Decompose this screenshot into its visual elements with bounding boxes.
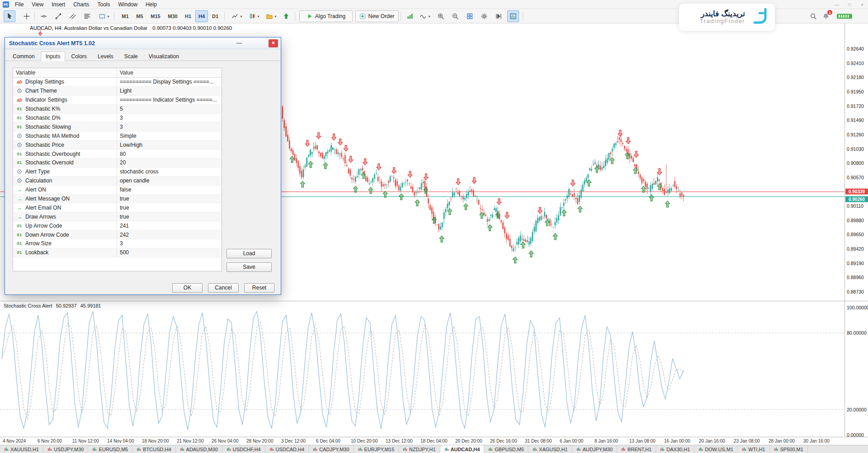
tf-M15[interactable]: M15 <box>147 10 164 22</box>
menu-file[interactable]: File <box>11 0 28 9</box>
param-row-calculation[interactable]: Calculationopen candle <box>13 177 222 186</box>
param-value[interactable]: 80 <box>117 149 222 158</box>
shapes-tool[interactable]: ▾ <box>96 10 112 22</box>
symbol-tab-gbpusd-m5[interactable]: GBPUSD,M5 <box>484 445 528 453</box>
param-value[interactable]: Light <box>117 87 222 95</box>
reset-button[interactable]: Reset <box>244 283 274 293</box>
dialog-close-icon[interactable]: × <box>269 39 278 47</box>
tf-M30[interactable]: M30 <box>165 10 181 22</box>
tab-inputs[interactable]: Inputs <box>41 51 66 61</box>
candlestick-chart-type[interactable]: ▾ <box>246 10 262 22</box>
param-row-stochastic-k[interactable]: 01Stochastic K%5 <box>13 105 222 114</box>
param-row-stochastic-ma-method[interactable]: Stochastic MA MethodSimple <box>13 131 222 140</box>
param-row-display-settings[interactable]: abDisplay Settings========== Display Set… <box>13 78 222 87</box>
symbol-tab-dow-us-m1[interactable]: DOW.US,M1 <box>694 445 738 453</box>
line-chart-type[interactable]: ▾ <box>229 10 245 22</box>
param-row-chart-theme[interactable]: Chart ThemeLight <box>13 87 222 96</box>
symbol-tab-audcad-h4[interactable]: AUDCAD,H4 <box>440 445 485 453</box>
symbol-tab-eurjpy-m15[interactable]: EURJPY,M15 <box>354 445 399 453</box>
param-value[interactable]: open candle <box>117 177 222 185</box>
equidistant-channel-tool[interactable] <box>67 10 79 22</box>
param-value[interactable]: ========== Indicator Settings =====... <box>117 96 222 104</box>
symbol-tab-dax30-h1[interactable]: DAX30,H1 <box>656 445 694 453</box>
param-value[interactable]: 500 <box>117 248 222 257</box>
symbol-tab-usdjpy-m30[interactable]: USDJPY,M30 <box>43 445 88 453</box>
save-button[interactable]: Save <box>226 262 272 272</box>
stochastic-chart[interactable] <box>0 301 844 437</box>
param-value[interactable]: 3 <box>117 122 222 131</box>
param-row-stochastic-oversold[interactable]: 01Stochastic Oversold20 <box>13 159 222 168</box>
symbol-tab-btcusd-h4[interactable]: BTCUSD,H4 <box>132 445 175 453</box>
menu-tools[interactable]: Tools <box>94 0 114 9</box>
param-row-stochastic-d[interactable]: 01Stochastic D%3 <box>13 114 222 123</box>
fibonacci-tool[interactable] <box>81 10 93 22</box>
symbol-tab-xagusd-h1[interactable]: XAGUSD,H1 <box>528 445 572 453</box>
window-minimize-icon[interactable]: — <box>834 2 840 7</box>
ea-settings[interactable] <box>478 10 490 22</box>
price-axis[interactable]: 0.926400.924100.921800.919500.917200.914… <box>844 23 868 301</box>
algo-trading-button[interactable]: Algo Trading <box>299 10 353 22</box>
tab-visualization[interactable]: Visualization <box>144 51 184 61</box>
tf-M5[interactable]: M5 <box>133 10 146 22</box>
load-button[interactable]: Load <box>226 249 272 258</box>
tab-scale[interactable]: Scale <box>119 51 143 61</box>
trendline-tool[interactable] <box>52 10 64 22</box>
symbol-tab-brent-h1[interactable]: BRENT,H1 <box>617 445 656 453</box>
param-row-stochastic-slowing[interactable]: 01Stochastic Slowing3 <box>13 122 222 131</box>
search[interactable] <box>807 10 819 22</box>
param-row-alert-email-on[interactable]: →Alert Email ONtrue <box>13 203 222 212</box>
param-row-alert-type[interactable]: Alert Typestochastic cross <box>13 168 222 177</box>
param-value[interactable]: false <box>117 186 222 194</box>
notifications[interactable]: 1 <box>820 10 832 22</box>
tab-common[interactable]: Common <box>8 51 40 61</box>
symbol-tab-eurusd-m5[interactable]: EURUSD,M5 <box>88 445 132 453</box>
param-row-alert-message-on[interactable]: →Alert Message ONtrue <box>13 195 222 204</box>
dialog-titlebar[interactable]: Stochastic Cross Alert MT5 1.02 — × <box>5 37 281 49</box>
tf-M1[interactable]: M1 <box>118 10 132 22</box>
param-row-stochastic-price[interactable]: Stochastic PriceLow/High <box>13 140 222 149</box>
step-forward[interactable] <box>493 10 505 22</box>
param-value[interactable]: stochastic cross <box>117 168 222 176</box>
dialog-minimize-icon[interactable]: — <box>236 40 243 46</box>
menu-view[interactable]: View <box>28 0 47 9</box>
param-row-stochastic-overbought[interactable]: 01Stochastic Overbought80 <box>13 149 222 159</box>
templates-folder[interactable]: ▾ <box>263 10 279 22</box>
symbol-tab-audjpy-m30[interactable]: AUDJPY,M30 <box>572 445 617 453</box>
symbol-tab-wti-h1[interactable]: WTI,H1 <box>738 445 769 453</box>
param-row-indicator-settings[interactable]: abIndicator Settings========== Indicator… <box>13 96 222 105</box>
ok-button[interactable]: OK <box>172 283 203 293</box>
param-row-draw-arrows[interactable]: →Draw Arrowstrue <box>13 212 222 221</box>
param-value[interactable]: 242 <box>117 230 222 239</box>
symbol-tab-usdchf-h4[interactable]: USDCHF,H4 <box>222 445 265 453</box>
new-order-button[interactable]: New Order <box>355 10 399 22</box>
menu-window[interactable]: Window <box>114 0 142 9</box>
indicators[interactable] <box>404 10 416 22</box>
param-value[interactable]: 241 <box>117 221 222 230</box>
tf-H4[interactable]: H4 <box>195 10 208 22</box>
param-value[interactable]: true <box>117 203 222 212</box>
chart-shift[interactable] <box>280 10 292 22</box>
symbol-tab-sp500-m1[interactable]: SP500,M1 <box>770 445 808 453</box>
tab-levels[interactable]: Levels <box>93 51 118 61</box>
zoom-out[interactable] <box>449 10 461 22</box>
menu-help[interactable]: Help <box>142 0 161 9</box>
symbol-tab-adausd-m30[interactable]: ADAUSD,M30 <box>176 445 222 453</box>
window-maximize-icon[interactable]: □ <box>846 2 853 7</box>
tab-colors[interactable]: Colors <box>66 51 92 61</box>
connection-status[interactable] <box>835 10 854 22</box>
crosshair-tool[interactable] <box>21 10 33 22</box>
tf-D1[interactable]: D1 <box>209 10 222 22</box>
param-value[interactable]: 5 <box>117 105 222 113</box>
param-row-alert-on[interactable]: →Alert ONfalse <box>13 186 222 195</box>
symbol-tab-xauusd-h1[interactable]: XAUUSD,H1 <box>0 445 43 453</box>
cancel-button[interactable]: Cancel <box>208 283 239 293</box>
stochastic-panel[interactable]: Stochastic Cross Alert 50.92937 45.99181 <box>0 301 844 437</box>
tile-windows[interactable] <box>464 10 476 22</box>
cursor-tool[interactable] <box>4 10 15 22</box>
stochastic-axis[interactable]: 100.0000080.0000020.000000.00000 <box>844 301 868 437</box>
menu-insert[interactable]: Insert <box>47 0 69 9</box>
param-row-down-arrow-code[interactable]: 01Down Arrow Code242 <box>13 230 222 239</box>
param-value[interactable]: Simple <box>117 131 222 140</box>
horizontal-line-tool[interactable] <box>38 10 50 22</box>
param-row-up-arrow-code[interactable]: 01Up Arrow Code241 <box>13 221 222 230</box>
